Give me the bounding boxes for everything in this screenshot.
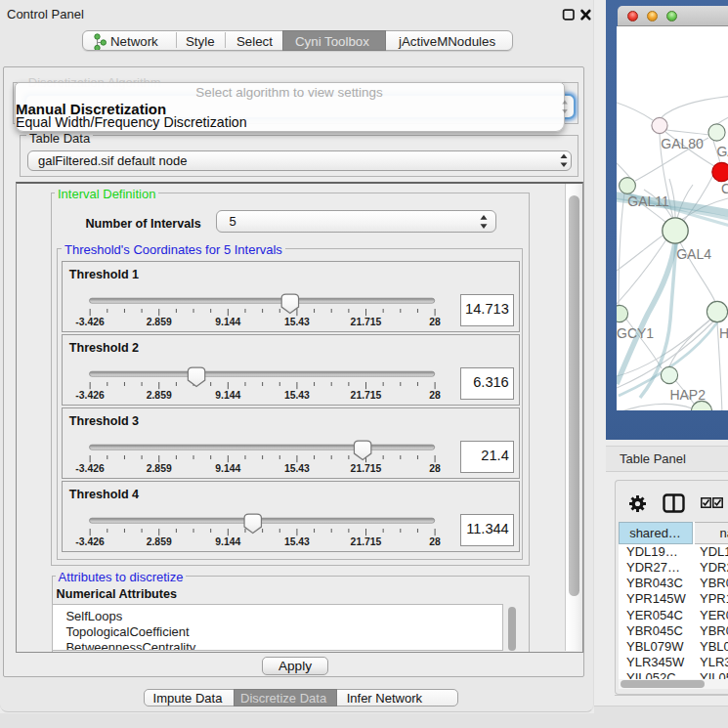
svg-text:-3.426: -3.426 bbox=[75, 390, 105, 401]
svg-text:C: C bbox=[721, 181, 728, 196]
svg-text:15.43: 15.43 bbox=[284, 390, 310, 401]
svg-text:H: H bbox=[719, 325, 728, 341]
svg-text:21.715: 21.715 bbox=[350, 390, 381, 401]
svg-text:GAL80: GAL80 bbox=[661, 136, 704, 151]
svg-text:21.715: 21.715 bbox=[350, 536, 381, 547]
svg-text:9.144: 9.144 bbox=[215, 390, 240, 401]
svg-text:28: 28 bbox=[429, 390, 441, 401]
svg-text:2.859: 2.859 bbox=[146, 536, 171, 547]
svg-text:-3.426: -3.426 bbox=[75, 463, 105, 474]
svg-text:15.43: 15.43 bbox=[284, 536, 310, 547]
svg-text:GA: GA bbox=[716, 144, 728, 159]
svg-text:28: 28 bbox=[429, 536, 441, 547]
svg-text:GCY1: GCY1 bbox=[617, 325, 654, 341]
svg-text:GAL4: GAL4 bbox=[676, 246, 711, 262]
svg-text:2.859: 2.859 bbox=[146, 390, 171, 401]
svg-text:9.144: 9.144 bbox=[215, 463, 240, 474]
svg-text:21.715: 21.715 bbox=[350, 463, 381, 474]
svg-text:15.43: 15.43 bbox=[284, 463, 310, 474]
svg-text:9.144: 9.144 bbox=[215, 536, 240, 547]
svg-text:2.859: 2.859 bbox=[146, 317, 171, 327]
svg-text:9.144: 9.144 bbox=[215, 317, 240, 327]
svg-text:-3.426: -3.426 bbox=[75, 317, 105, 327]
svg-text:2.859: 2.859 bbox=[146, 463, 171, 474]
svg-text:-3.426: -3.426 bbox=[75, 536, 105, 547]
svg-text:15.43: 15.43 bbox=[284, 317, 310, 327]
svg-text:HAP2: HAP2 bbox=[669, 387, 706, 403]
svg-text:GAL11: GAL11 bbox=[627, 193, 669, 209]
svg-text:28: 28 bbox=[429, 463, 441, 474]
svg-text:21.715: 21.715 bbox=[350, 317, 381, 327]
svg-text:28: 28 bbox=[429, 317, 441, 327]
